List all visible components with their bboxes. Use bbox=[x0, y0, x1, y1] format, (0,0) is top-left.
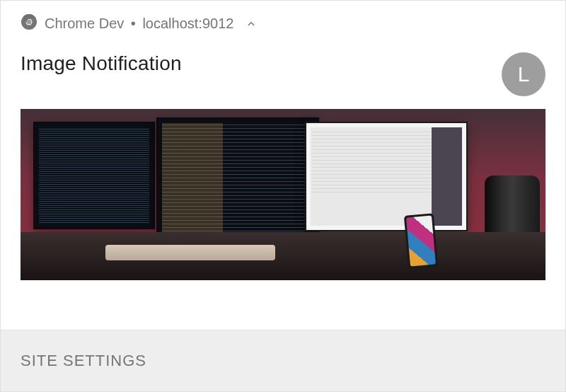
notification-card: Chrome Dev • localhost:9012 Image Notifi… bbox=[0, 0, 566, 392]
chrome-icon bbox=[21, 13, 37, 34]
avatar-letter: L bbox=[518, 62, 530, 86]
svg-point-2 bbox=[27, 20, 32, 25]
site-settings-button[interactable]: SITE SETTINGS bbox=[21, 352, 545, 370]
chevron-up-icon[interactable] bbox=[245, 18, 258, 30]
notification-header[interactable]: Chrome Dev • localhost:9012 bbox=[1, 1, 565, 40]
separator: • bbox=[131, 16, 136, 31]
action-bar: SITE SETTINGS bbox=[1, 330, 565, 391]
header-meta: Chrome Dev • localhost:9012 bbox=[21, 13, 545, 34]
origin-text: localhost:9012 bbox=[142, 16, 233, 31]
avatar: L bbox=[502, 52, 545, 96]
notification-image bbox=[21, 109, 545, 280]
header-text-container: Chrome Dev • localhost:9012 bbox=[45, 16, 233, 32]
app-name: Chrome Dev bbox=[45, 16, 124, 31]
notification-title: Image Notification bbox=[21, 52, 182, 75]
title-row: Image Notification L bbox=[1, 52, 565, 96]
